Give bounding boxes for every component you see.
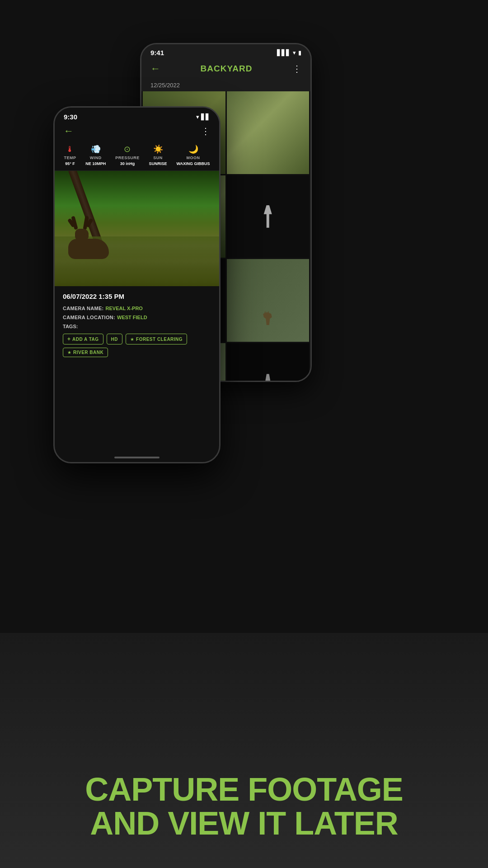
signal-icon: ▋▋▋ (277, 49, 291, 56)
capture-datetime: 06/07/2022 1:35 PM (63, 292, 211, 300)
wind-label: WIND (90, 156, 102, 160)
bottom-text-area: CAPTURE FOOTAGE AND VIEW IT LATER (0, 773, 488, 841)
add-tag-label: ADD A TAG (72, 337, 99, 342)
back-arrow-button[interactable]: ← (150, 63, 160, 75)
front-phone-header: ← ⋮ (55, 123, 219, 141)
wind-value: NE 10MPH (85, 161, 106, 166)
list-item[interactable] (227, 259, 310, 342)
tags-label: TAGS: (63, 324, 211, 329)
weather-pressure: ⊙ PRESSURE 30 inHg (115, 144, 140, 166)
star-icon: ★ (130, 337, 134, 342)
front-status-icons: ▾ ▋▋ (196, 113, 210, 120)
weather-wind: 💨 WIND NE 10MPH (85, 144, 106, 166)
tags-row-2: ★ RIVER BANK (63, 348, 211, 357)
forest-clearing-tag-button[interactable]: ★ FOREST CLEARING (126, 334, 187, 344)
headline-line-1: CAPTURE FOOTAGE (36, 773, 452, 807)
headline: CAPTURE FOOTAGE AND VIEW IT LATER (36, 773, 452, 841)
star-icon: ★ (67, 350, 71, 355)
phone-notch (123, 108, 150, 113)
thermometer-icon: 🌡 (66, 145, 74, 154)
back-phone-date: 12/25/2022 (141, 79, 310, 91)
pressure-icon: ⊙ (124, 144, 131, 154)
back-phone-status-icons: ▋▋▋ ▾ ▮ (277, 49, 301, 56)
camera-name-row: CAMERA NAME: REVEAL X-PRO (63, 306, 211, 311)
camera-location-row: CAMERA LOCATION: WEST FIELD (63, 315, 211, 320)
phone-front: 9:30 ▾ ▋▋ ← ⋮ 🌡 TEMP 95° F 💨 WIND NE 10M… (53, 106, 221, 463)
main-photo[interactable] (55, 171, 219, 286)
list-item[interactable] (227, 343, 310, 382)
headline-line-2: AND VIEW IT LATER (36, 807, 452, 841)
sun-value: SUNRISE (149, 161, 167, 166)
weather-temp: 🌡 TEMP 95° F (64, 145, 76, 166)
back-phone-title: BACKYARD (201, 64, 253, 74)
front-back-arrow-button[interactable]: ← (64, 125, 74, 137)
list-item[interactable] (227, 91, 310, 174)
river-bank-tag-button[interactable]: ★ RIVER BANK (63, 348, 108, 357)
signal-icon: ▋▋ (201, 113, 210, 120)
temp-label: TEMP (64, 156, 76, 160)
moon-icon: 🌙 (188, 144, 198, 154)
front-more-options-button[interactable]: ⋮ (201, 126, 210, 137)
forest-clearing-label: FOREST CLEARING (136, 337, 183, 342)
moon-label: MOON (187, 156, 200, 160)
pressure-label: PRESSURE (115, 156, 140, 160)
add-tag-button[interactable]: + ADD A TAG (63, 334, 103, 344)
pressure-value: 30 inHg (120, 161, 135, 166)
sun-icon: ☀️ (153, 144, 163, 154)
wifi-icon: ▾ (196, 113, 199, 120)
plus-icon: + (67, 336, 70, 342)
temp-value: 95° F (65, 161, 75, 166)
camera-name-label: CAMERA NAME: (63, 306, 104, 311)
camera-location-value: WEST FIELD (117, 315, 147, 320)
tags-row-1: + ADD A TAG HD ★ FOREST CLEARING (63, 334, 211, 344)
info-section: 06/07/2022 1:35 PM CAMERA NAME: REVEAL X… (55, 286, 219, 367)
camera-location-label: CAMERA LOCATION: (63, 315, 115, 320)
hd-tag-label: HD (111, 337, 118, 342)
list-item[interactable] (227, 175, 310, 258)
battery-icon: ▮ (298, 49, 301, 56)
back-phone-status-bar: 9:41 ▋▋▋ ▾ ▮ (141, 44, 310, 59)
more-options-button[interactable]: ⋮ (292, 63, 301, 74)
weather-sun: ☀️ SUN SUNRISE (149, 144, 167, 166)
sun-label: SUN (153, 156, 163, 160)
back-phone-time: 9:41 (150, 49, 164, 57)
wind-icon: 💨 (91, 144, 101, 154)
weather-moon: 🌙 MOON WAXING GIBBUS (177, 144, 210, 166)
weather-bar: 🌡 TEMP 95° F 💨 WIND NE 10MPH ⊙ PRESSURE … (55, 141, 219, 171)
front-phone-time: 9:30 (64, 113, 77, 121)
hd-tag-button[interactable]: HD (107, 334, 122, 344)
deer-silhouette (261, 309, 275, 325)
back-phone-header: ← BACKYARD ⋮ (141, 59, 310, 79)
moon-value: WAXING GIBBUS (177, 161, 210, 166)
wifi-icon: ▾ (293, 49, 296, 56)
deer-figure (66, 216, 125, 261)
river-bank-label: RIVER BANK (73, 350, 103, 355)
home-indicator (114, 457, 160, 458)
camera-name-value: REVEAL X-PRO (106, 306, 143, 311)
